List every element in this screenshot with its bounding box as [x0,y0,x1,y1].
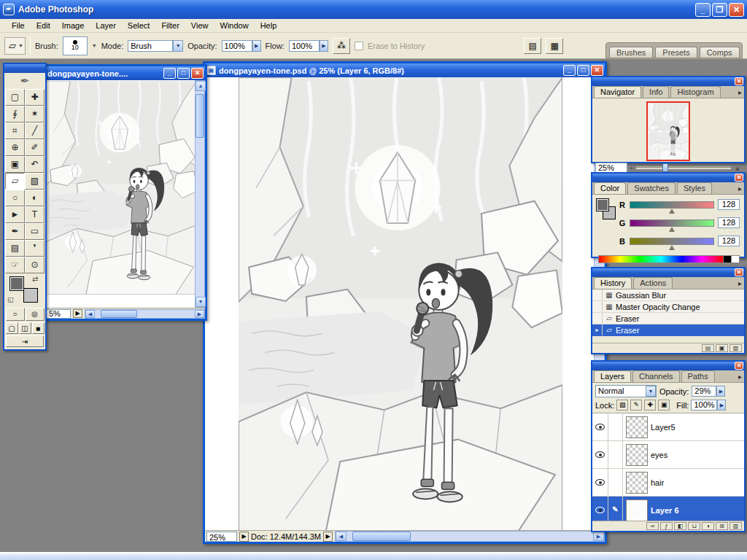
menu-edit[interactable]: Edit [31,20,56,31]
layer-row[interactable]: hair [592,469,744,497]
tool-slice[interactable]: ╱ [25,122,44,139]
layer-thumbnail[interactable] [626,472,648,494]
layer-name[interactable]: Layer 6 [651,506,679,515]
layer-set-icon[interactable]: ⊔ [688,522,700,530]
flow-field[interactable]: 100% ▶ [289,40,328,52]
red-slider-thumb[interactable] [669,209,675,214]
zoom-field[interactable]: 5% [46,309,71,319]
history-entry[interactable]: ▦ Master Opacity Change [592,301,744,313]
tool-clone-stamp[interactable]: ▣ [5,156,25,173]
layer-row[interactable]: eyes [592,441,744,469]
doc-close-button[interactable]: ✕ [591,65,603,76]
menu-image[interactable]: Image [56,20,90,31]
new-snapshot-icon[interactable]: ▣ [716,344,728,352]
doc-small-titlebar[interactable]: dongpayayen-tone.... _ □ ✕ [44,66,205,80]
tab-info[interactable]: Info [643,86,669,98]
file-browser-button[interactable]: ▤ [524,38,541,54]
menu-help[interactable]: Help [255,20,283,31]
well-tab-comps[interactable]: Comps [700,47,740,58]
status-popup-icon[interactable]: ▶ [73,309,82,318]
tool-shape[interactable]: ▭ [25,223,44,240]
layer-fill-field[interactable]: 100% ▶ [691,400,726,411]
panel-menu-icon[interactable]: ▸ [738,88,742,96]
lock-pixels-icon[interactable]: ✎ [630,400,642,411]
doc-maximize-button[interactable]: □ [577,65,589,76]
doc-close-button[interactable]: ✕ [191,68,204,79]
green-slider-thumb[interactable] [669,227,675,232]
tab-paths[interactable]: Paths [681,370,715,382]
visibility-toggle[interactable] [592,413,608,440]
new-layer-icon[interactable]: ⊞ [716,522,728,530]
brush-preset-picker[interactable]: 10 [63,36,88,55]
history-source-well[interactable] [592,301,603,312]
panel-close-icon[interactable]: ✕ [735,77,743,85]
default-colors-icon[interactable]: ◱ [7,296,14,303]
jump-to-imageready-button[interactable]: ⇥ [6,335,44,347]
well-tab-presets[interactable]: Presets [655,47,697,58]
panel-titlebar[interactable]: ✕ [592,174,744,182]
history-entry[interactable]: ▱ Eraser [592,313,744,324]
well-tab-brushes[interactable]: Brushes [609,47,653,58]
link-column[interactable] [608,441,623,468]
navigator-zoom-field[interactable]: 25% [595,163,627,173]
close-button[interactable]: ✕ [729,3,744,17]
scrollbar-thumb[interactable] [196,94,204,138]
status-popup-icon[interactable]: ▶ [239,532,249,542]
standard-screen-button[interactable]: ▢ [6,322,18,334]
layer-style-icon[interactable]: ƒ [660,522,673,530]
tool-pen[interactable]: ✒ [5,223,25,240]
menu-layer[interactable]: Layer [90,20,122,31]
tool-magic-wand[interactable]: ✶ [25,106,44,122]
trash-icon[interactable]: ▥ [729,522,742,530]
color-ramp[interactable] [598,255,724,263]
panel-menu-icon[interactable]: ▸ [738,373,742,381]
doc-maximize-button[interactable]: □ [177,68,190,79]
toolbox-titlebar[interactable] [4,64,45,73]
menu-filter[interactable]: Filter [155,20,185,31]
tool-gradient[interactable]: ▧ [25,173,44,190]
zoom-in-icon[interactable]: ▲ [734,164,741,172]
tab-actions[interactable]: Actions [633,277,673,289]
white-swatch[interactable] [732,255,740,263]
history-source-well[interactable] [592,289,603,300]
layer-opacity-field[interactable]: 29% ▶ [692,386,725,397]
zoom-out-icon[interactable]: ▴ [630,165,633,171]
layer-thumbnail[interactable] [626,444,648,466]
panel-close-icon[interactable]: ✕ [735,362,743,370]
visibility-toggle[interactable] [592,441,608,468]
link-column[interactable] [608,469,623,496]
panel-close-icon[interactable]: ✕ [735,268,743,276]
tool-eyedropper[interactable]: ❜ [25,240,44,257]
blend-mode-select[interactable]: Normal ▼ [595,385,657,397]
scrollbar-thumb[interactable] [101,310,137,318]
canvas-artwork[interactable] [45,81,195,295]
tool-type[interactable]: T [25,206,44,223]
history-entry[interactable]: ▦ Gaussian Blur [592,289,744,301]
red-slider[interactable] [630,201,714,209]
tool-path-selection[interactable]: ► [5,206,25,223]
layer-name[interactable]: eyes [651,451,667,459]
menu-view[interactable]: View [185,20,214,31]
tab-swatches[interactable]: Swatches [627,182,676,194]
history-source-well[interactable] [592,313,603,324]
tool-eraser[interactable]: ▱ [5,173,25,190]
panel-close-icon[interactable]: ✕ [735,174,743,182]
tool-zoom[interactable]: ⊙ [25,257,44,273]
tool-history-brush[interactable]: ↶ [25,156,44,173]
tab-history[interactable]: History [594,277,632,289]
scroll-left-icon[interactable]: ◀ [85,310,95,318]
panel-titlebar[interactable]: ✕ [592,77,744,86]
panel-menu-icon[interactable]: ▸ [738,279,742,287]
erase-to-history-checkbox[interactable] [355,42,363,50]
minimize-button[interactable]: _ [695,3,711,17]
horizontal-scrollbar[interactable]: ◀ ▶ [335,531,605,542]
tool-move[interactable]: ✚ [25,89,44,106]
link-icon[interactable]: ∞ [646,522,659,530]
swap-colors-icon[interactable]: ⇄ [32,275,38,283]
panel-titlebar[interactable]: ✕ [592,362,744,370]
foreground-color-swatch[interactable] [596,198,609,211]
history-state-pointer-icon[interactable]: ▸ [592,324,603,335]
vertical-scrollbar[interactable]: ▲ ▼ [195,80,205,308]
doc-minimize-button[interactable]: _ [163,68,176,79]
lock-all-icon[interactable]: ▣ [658,400,670,411]
